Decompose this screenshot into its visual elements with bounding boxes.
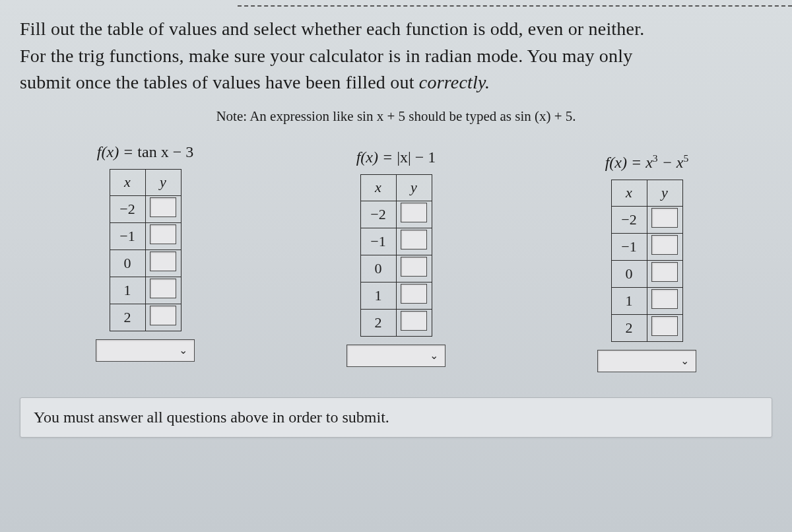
y-input[interactable]	[150, 224, 176, 244]
x-cell: 1	[611, 287, 647, 314]
fn-prefix: f(x) =	[605, 154, 646, 171]
col-x: x	[110, 169, 145, 195]
y-cell	[647, 233, 682, 260]
function-label-3: f(x) = x3 − x5	[605, 152, 689, 172]
x-cell: −2	[360, 201, 396, 228]
note-prefix: Note: An expression like	[216, 108, 356, 124]
note-expr2: sin (x) + 5	[515, 108, 572, 124]
col-x: x	[360, 174, 396, 201]
chevron-down-icon: ⌄	[680, 354, 689, 367]
chevron-down-icon: ⌄	[179, 344, 187, 356]
parity-selector-3[interactable]: ⌄	[597, 350, 696, 372]
y-input[interactable]	[651, 235, 678, 255]
x-cell: −1	[611, 233, 647, 260]
col-x: x	[611, 180, 647, 206]
y-input[interactable]	[651, 289, 678, 309]
problem-3: f(x) = x3 − x5 xy −2 −1 0 1 2 ⌄	[597, 152, 696, 372]
note-expr1: sin x + 5	[357, 108, 405, 124]
value-table-3: xy −2 −1 0 1 2	[611, 180, 683, 342]
y-input[interactable]	[401, 311, 427, 331]
parity-selector-1[interactable]: ⌄	[96, 339, 195, 362]
fn-base: x	[645, 154, 653, 171]
fn-body: tan x − 3	[137, 143, 193, 160]
chevron-down-icon: ⌄	[430, 349, 438, 362]
y-cell	[647, 287, 682, 314]
y-cell	[396, 309, 432, 336]
y-cell	[396, 228, 432, 255]
problems-row: f(x) = tan x − 3 xy −2 −1 0 1 2 ⌄ f(x) =…	[20, 143, 772, 372]
y-input[interactable]	[651, 208, 678, 228]
col-y: y	[396, 174, 432, 201]
note: Note: An expression like sin x + 5 shoul…	[20, 108, 772, 125]
x-cell: −1	[360, 228, 396, 255]
x-cell: 0	[110, 249, 145, 277]
y-cell	[647, 314, 682, 341]
y-input[interactable]	[150, 251, 176, 271]
instructions: Fill out the table of values and select …	[20, 16, 772, 96]
value-table-1: xy −2 −1 0 1 2	[110, 169, 182, 331]
x-cell: 2	[360, 309, 396, 336]
y-input[interactable]	[150, 197, 176, 217]
y-cell	[145, 277, 181, 304]
y-cell	[145, 304, 181, 331]
col-y: y	[647, 180, 682, 206]
y-input[interactable]	[401, 284, 427, 304]
fn-prefix: f(x) =	[97, 143, 138, 160]
x-cell: −1	[110, 222, 145, 249]
instructions-line2a: For the trig functions, make sure your c…	[20, 46, 632, 66]
function-label-1: f(x) = tan x − 3	[97, 143, 193, 161]
x-cell: −2	[611, 206, 647, 233]
note-mid: should be typed as	[405, 108, 515, 124]
y-input[interactable]	[150, 306, 176, 325]
y-cell	[145, 195, 181, 222]
problem-2: f(x) = |x| − 1 xy −2 −1 0 1 2 ⌄	[346, 149, 446, 372]
parity-selector-2[interactable]: ⌄	[346, 345, 446, 367]
y-input[interactable]	[651, 316, 678, 336]
y-cell	[396, 282, 432, 309]
y-cell	[396, 255, 432, 282]
y-input[interactable]	[651, 262, 678, 282]
instructions-italic: correctly.	[419, 72, 490, 92]
instructions-line1: Fill out the table of values and select …	[20, 18, 644, 39]
y-input[interactable]	[401, 230, 427, 249]
fn-mid: − x	[658, 154, 684, 171]
x-cell: 2	[611, 314, 647, 341]
y-cell	[647, 260, 682, 287]
y-input[interactable]	[401, 257, 427, 277]
function-label-2: f(x) = |x| − 1	[356, 149, 436, 166]
y-input[interactable]	[401, 203, 427, 222]
footer-message: You must answer all questions above in o…	[20, 397, 772, 438]
x-cell: 0	[360, 255, 396, 282]
y-cell	[647, 206, 682, 233]
fn-prefix: f(x) =	[356, 149, 397, 166]
dashed-divider	[238, 5, 792, 7]
x-cell: 2	[110, 304, 145, 331]
instructions-line2b: submit once the tables of values have be…	[20, 72, 419, 92]
footer-text: You must answer all questions above in o…	[34, 409, 389, 426]
y-cell	[145, 222, 181, 249]
col-y: y	[145, 169, 181, 195]
y-cell	[396, 201, 432, 228]
x-cell: 0	[611, 260, 647, 287]
fn-sup: 5	[684, 152, 689, 164]
x-cell: 1	[110, 277, 145, 304]
fn-sup: 3	[653, 152, 658, 164]
fn-body: |x| − 1	[397, 149, 436, 166]
x-cell: 1	[360, 282, 396, 309]
problem-1: f(x) = tan x − 3 xy −2 −1 0 1 2 ⌄	[96, 143, 195, 372]
note-suffix: .	[572, 108, 576, 124]
x-cell: −2	[110, 195, 145, 222]
y-cell	[145, 249, 181, 277]
y-input[interactable]	[150, 279, 176, 298]
value-table-2: xy −2 −1 0 1 2	[360, 174, 432, 337]
